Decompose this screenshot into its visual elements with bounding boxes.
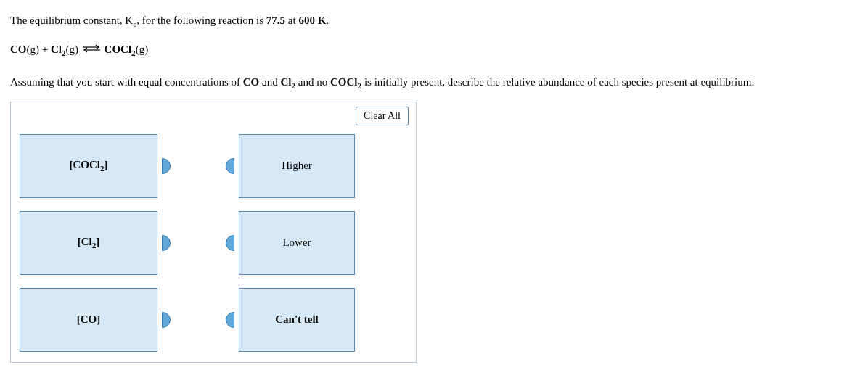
inst-p2: and [259,76,280,88]
temp-suffix: . [326,15,329,26]
right-tile-lower[interactable]: Lower [239,211,355,275]
tile-post: ] [105,159,108,170]
matching-widget: Clear All [COCl2] Higher [Cl2] L [10,102,417,363]
reaction-equation: CO(g) + Cl2(g) COCl2(g) [10,44,858,57]
right-tile-cant-tell[interactable]: Can't tell [239,288,355,352]
question-intro: The equilibrium constant, Kc, for the fo… [10,13,858,30]
connector-right-icon[interactable] [162,312,171,328]
temp-prefix: at [285,15,298,26]
connector-gap [157,288,239,352]
left-tile-cocl2[interactable]: [COCl2] [20,134,157,198]
connector-right-icon[interactable] [162,158,171,174]
kc-value: 77.5 [266,15,285,26]
inst-s1: CO [243,76,260,88]
connector-left-icon[interactable] [226,235,234,251]
reactant-2-phase: (g) [66,44,79,55]
match-row: [COCl2] Higher [20,134,407,198]
inst-p1: Assuming that you start with equal conce… [10,76,243,88]
inst-s2a: Cl [280,76,291,88]
plus-sign: + [39,44,51,55]
right-tile-higher[interactable]: Higher [239,134,355,198]
equilibrium-arrow-icon [81,44,102,56]
inst-p4: is initially present, describe the relat… [361,76,754,88]
tile-pre: [Cl [78,236,92,247]
intro-prefix: The equilibrium constant, K [10,15,133,26]
clear-all-button[interactable]: Clear All [356,107,409,125]
tile-pre: [COCl [69,159,100,170]
reactant-2a: Cl [51,44,62,55]
tile-label: Higher [282,160,312,172]
matching-rows: [COCl2] Higher [Cl2] Lower [11,130,416,362]
tile-label: Lower [282,236,311,249]
product-1-phase: (g) [136,44,149,55]
inst-s3a: COCl [330,76,358,88]
connector-gap [157,211,239,275]
left-tile-co[interactable]: [CO] [20,288,157,352]
connector-left-icon[interactable] [226,312,234,328]
connector-left-icon[interactable] [226,158,234,174]
reactant-1-phase: (g) [27,44,40,55]
tile-post: ] [96,236,99,247]
temp-value: 600 K [298,15,326,26]
match-row: [CO] Can't tell [20,288,407,352]
tile-label: Can't tell [275,313,319,326]
inst-p3: and no [295,76,330,88]
instruction-text: Assuming that you start with equal conce… [10,76,858,90]
toolbar: Clear All [11,102,416,130]
connector-right-icon[interactable] [162,235,171,251]
tile-pre: [CO] [77,313,101,325]
reactant-1: CO [10,44,27,55]
left-tile-cl2[interactable]: [Cl2] [20,211,157,275]
intro-suffix: , for the following reaction is [136,15,266,26]
connector-gap [157,134,239,198]
match-row: [Cl2] Lower [20,211,407,275]
product-1a: COCl [105,44,132,55]
